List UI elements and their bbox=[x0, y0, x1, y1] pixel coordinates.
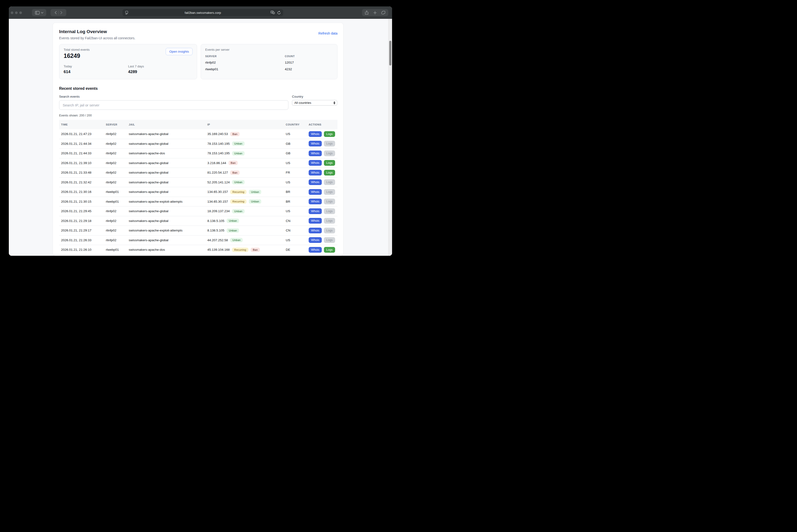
total-events-card: Total stored events 16249 Open insights … bbox=[59, 44, 197, 79]
scrollbar-thumb[interactable] bbox=[389, 41, 391, 65]
events-table: TIME SERVER JAIL IP COUNTRY ACTIONS 2026… bbox=[59, 120, 338, 255]
reload-icon[interactable] bbox=[277, 11, 281, 15]
event-server: rlinfp02 bbox=[106, 151, 129, 155]
zoom-window-button[interactable] bbox=[19, 12, 22, 14]
logs-button[interactable]: Logs bbox=[324, 141, 335, 147]
whois-button[interactable]: Whois bbox=[309, 141, 322, 147]
event-ip-cell: 81.220.54.127Ban bbox=[207, 171, 286, 175]
refresh-data-link[interactable]: Refresh data bbox=[319, 32, 338, 35]
logs-button[interactable]: Logs bbox=[324, 237, 335, 243]
minimize-window-button[interactable] bbox=[15, 12, 18, 14]
whois-button[interactable]: Whois bbox=[309, 160, 322, 166]
main-card: Internal Log Overview Events stored by F… bbox=[53, 23, 343, 256]
unban-badge: Unban bbox=[230, 238, 242, 242]
forward-button[interactable] bbox=[60, 11, 62, 14]
event-time: 2026.01.21, 21:39:10 bbox=[61, 161, 106, 165]
server-column-header: SERVER bbox=[205, 55, 285, 58]
event-time: 2026.01.21, 21:33:48 bbox=[61, 171, 106, 174]
whois-button[interactable]: Whois bbox=[309, 237, 322, 243]
event-country: BR bbox=[286, 200, 309, 203]
event-ip-cell: 134.65.30.157RecurringUnban bbox=[207, 190, 286, 194]
event-country: US bbox=[286, 209, 309, 213]
recurring-badge: Recurring bbox=[232, 248, 248, 252]
new-tab-icon[interactable] bbox=[373, 11, 377, 15]
country-select[interactable]: All countries bbox=[292, 100, 337, 106]
back-button[interactable] bbox=[55, 11, 57, 14]
event-country: BR bbox=[286, 190, 309, 194]
logs-button[interactable]: Logs bbox=[324, 160, 335, 166]
close-window-button[interactable] bbox=[11, 12, 13, 14]
logs-button[interactable]: Logs bbox=[324, 131, 335, 137]
event-jail: swissmakers-apache-global bbox=[129, 219, 207, 223]
event-actions: WhoisLogs bbox=[309, 151, 338, 156]
table-row: 2026.01.21, 21:29:18rlinfp02swissmakers-… bbox=[59, 216, 338, 226]
whois-button[interactable]: Whois bbox=[309, 247, 322, 253]
whois-button[interactable]: Whois bbox=[309, 151, 322, 156]
event-ip-cell: 78.153.140.195Unban bbox=[207, 141, 286, 146]
event-time: 2026.01.21, 21:29:45 bbox=[61, 209, 106, 213]
event-ip-cell: 134.65.30.157RecurringUnban bbox=[207, 199, 286, 204]
translate-icon[interactable]: Ax bbox=[271, 11, 275, 15]
events-per-server-card: Events per server SERVER COUNT rlinfp02 … bbox=[201, 44, 338, 79]
server-name: rlwebp01 bbox=[205, 68, 285, 71]
event-country: DE bbox=[286, 248, 309, 251]
logs-button[interactable]: Logs bbox=[324, 208, 335, 214]
event-actions: WhoisLogs bbox=[309, 228, 338, 233]
event-ip: 78.153.140.195 bbox=[207, 142, 230, 146]
recent-events-heading: Recent stored events bbox=[59, 87, 338, 91]
country-select-value: All countries bbox=[294, 101, 333, 104]
whois-button[interactable]: Whois bbox=[309, 170, 322, 175]
ban-badge: Ban bbox=[229, 161, 238, 165]
share-icon[interactable] bbox=[365, 11, 368, 15]
tab-overview-icon[interactable] bbox=[381, 11, 385, 15]
table-row: 2026.01.21, 21:29:17rlinfp02swissmakers-… bbox=[59, 226, 338, 235]
today-label: Today bbox=[64, 64, 128, 68]
event-server: rlinfp02 bbox=[106, 132, 129, 136]
unban-badge: Unban bbox=[232, 209, 244, 213]
sidebar-toggle-button[interactable] bbox=[32, 9, 46, 16]
event-actions: WhoisLogs bbox=[309, 160, 338, 166]
sidebar-icon bbox=[35, 11, 40, 15]
whois-button[interactable]: Whois bbox=[309, 189, 322, 195]
event-country: US bbox=[286, 161, 309, 165]
logs-button[interactable]: Logs bbox=[324, 189, 335, 195]
logs-button[interactable]: Logs bbox=[324, 170, 335, 175]
whois-button[interactable]: Whois bbox=[309, 228, 322, 233]
svg-text:A: A bbox=[271, 11, 273, 13]
search-input[interactable] bbox=[59, 100, 288, 110]
scrollbar-track[interactable] bbox=[388, 19, 392, 256]
open-insights-button[interactable]: Open insights bbox=[166, 48, 193, 55]
logs-button[interactable]: Logs bbox=[324, 151, 335, 156]
event-time: 2026.01.21, 21:29:17 bbox=[61, 229, 106, 232]
today-value: 614 bbox=[64, 70, 128, 74]
event-ip: 45.139.104.168 bbox=[207, 248, 230, 251]
logs-button[interactable]: Logs bbox=[324, 179, 335, 185]
logs-button[interactable]: Logs bbox=[324, 228, 335, 233]
event-time: 2026.01.21, 21:32:42 bbox=[61, 180, 106, 184]
event-ip: 3.216.86.144 bbox=[207, 161, 226, 165]
whois-button[interactable]: Whois bbox=[309, 198, 322, 204]
logs-button[interactable]: Logs bbox=[324, 247, 335, 253]
search-events-label: Search events bbox=[59, 95, 288, 98]
event-time: 2026.01.21, 21:47:23 bbox=[61, 132, 106, 136]
ban-badge: Ban bbox=[230, 171, 239, 175]
logs-button[interactable]: Logs bbox=[324, 218, 335, 224]
logs-button[interactable]: Logs bbox=[324, 198, 335, 204]
table-row: 2026.01.21, 21:30:15rlwebp01swissmakers-… bbox=[59, 197, 338, 207]
event-ip: 81.220.54.127 bbox=[207, 171, 228, 174]
server-name: rlinfp02 bbox=[205, 61, 285, 64]
event-actions: WhoisLogs bbox=[309, 179, 338, 185]
event-server: rlwebp01 bbox=[106, 200, 129, 203]
recurring-badge: Recurring bbox=[230, 190, 247, 194]
event-time: 2026.01.21, 21:44:34 bbox=[61, 142, 106, 146]
whois-button[interactable]: Whois bbox=[309, 218, 322, 224]
address-bar[interactable]: fail2ban.swissmakers.corp Ax bbox=[123, 9, 283, 16]
browser-toolbar: fail2ban.swissmakers.corp Ax bbox=[9, 6, 392, 19]
whois-button[interactable]: Whois bbox=[309, 208, 322, 214]
event-jail: swissmakers-apache-dos bbox=[129, 248, 207, 251]
whois-button[interactable]: Whois bbox=[309, 131, 322, 137]
table-row: 2026.01.21, 21:26:33rlinfp02swissmakers-… bbox=[59, 235, 338, 245]
page-title: Internal Log Overview bbox=[59, 29, 135, 34]
whois-button[interactable]: Whois bbox=[309, 179, 322, 185]
unban-badge: Unban bbox=[227, 218, 239, 223]
